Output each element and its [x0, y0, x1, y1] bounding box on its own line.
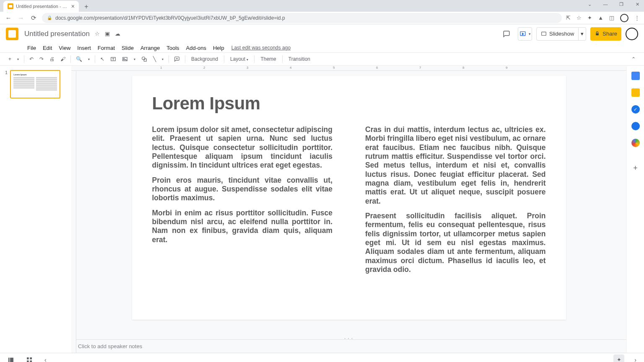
- profile-avatar[interactable]: [620, 14, 628, 22]
- paint-format-button[interactable]: 🖌: [58, 54, 68, 64]
- maximize-icon[interactable]: ❐: [617, 2, 626, 7]
- separator: [95, 55, 95, 63]
- ruler-vertical: [71, 71, 76, 353]
- reload-button[interactable]: ⟳: [29, 14, 38, 22]
- collapse-filmstrip-icon[interactable]: ‹: [43, 355, 48, 362]
- ruler-horizontal: 1 2 3 4 5 6 7 8 9: [71, 66, 626, 71]
- new-slide-dropdown[interactable]: ▾: [15, 56, 21, 63]
- calendar-icon[interactable]: [631, 72, 640, 80]
- move-icon[interactable]: ▣: [105, 31, 110, 37]
- separator: [169, 55, 169, 63]
- slideshow-dropdown[interactable]: ▾: [579, 27, 586, 41]
- paragraph: Lorem ipsum dolor sit amet, consectetur …: [152, 125, 333, 170]
- comment-button[interactable]: [171, 54, 182, 64]
- print-button[interactable]: 🖨: [47, 54, 57, 64]
- footer: ‹ ✦ ›: [0, 353, 644, 362]
- close-tab-icon[interactable]: ×: [71, 3, 75, 10]
- svg-rect-2: [596, 33, 599, 35]
- menu-file[interactable]: File: [24, 44, 39, 52]
- image-tool[interactable]: [119, 54, 130, 64]
- background-button[interactable]: Background: [188, 54, 221, 64]
- install-icon[interactable]: ⇱: [566, 15, 571, 21]
- paragraph: Cras in dui mattis, interdum lectus ac, …: [365, 125, 546, 206]
- thumb-title: Lorem Ipsum: [13, 73, 57, 76]
- menu-format[interactable]: Format: [95, 44, 118, 52]
- url-input[interactable]: 🔒 docs.google.com/presentation/d/1MYPDVE…: [42, 13, 562, 23]
- undo-button[interactable]: ↶: [27, 54, 36, 64]
- menu-tools[interactable]: Tools: [164, 44, 182, 52]
- main-area: 1 Lorem Ipsum 1 2 3 4 5 6 7 8 9 Lorem: [0, 66, 644, 353]
- add-addon-icon[interactable]: +: [633, 164, 638, 173]
- toolbar: + ▾ ↶ ↷ 🖨 🖌 🔍 ▾ ↖ ▾ ╲ ▾ Background Layou…: [0, 52, 644, 66]
- svg-rect-11: [30, 357, 32, 359]
- star-icon[interactable]: ☆: [95, 31, 100, 37]
- keep-icon[interactable]: [631, 88, 640, 97]
- explore-button[interactable]: ✦: [613, 354, 624, 362]
- menu-edit[interactable]: Edit: [40, 44, 55, 52]
- maps-icon[interactable]: [631, 139, 640, 147]
- zoom-button[interactable]: 🔍: [73, 54, 85, 64]
- thumbnail-panel: 1 Lorem Ipsum: [0, 66, 71, 353]
- cloud-status-icon[interactable]: ☁: [115, 31, 120, 37]
- tab-search-icon[interactable]: ⌄: [585, 2, 594, 7]
- transition-button[interactable]: Transition: [285, 54, 314, 64]
- document-title[interactable]: Untitled presentation: [24, 30, 90, 38]
- menu-addons[interactable]: Add-ons: [183, 44, 209, 52]
- filmstrip-view-icon[interactable]: [6, 355, 16, 362]
- new-tab-button[interactable]: +: [81, 2, 91, 12]
- account-avatar[interactable]: [626, 28, 638, 40]
- line-tool[interactable]: ╲: [151, 54, 158, 64]
- close-window-icon[interactable]: ✕: [633, 2, 641, 7]
- separator: [282, 55, 283, 63]
- chrome-menu-icon[interactable]: ⋮: [634, 15, 640, 21]
- textbox-tool[interactable]: [108, 54, 119, 64]
- slide-canvas[interactable]: Lorem Ipsum Lorem ipsum dolor sit amet, …: [132, 76, 566, 320]
- slide-thumbnail[interactable]: Lorem Ipsum: [10, 70, 60, 98]
- line-dropdown[interactable]: ▾: [159, 56, 166, 63]
- browser-tab[interactable]: Untitled presentation - Google S ×: [3, 1, 79, 12]
- lock-icon: 🔒: [47, 16, 52, 20]
- last-edit-link[interactable]: Last edit was seconds ago: [231, 45, 291, 51]
- side-panel-icon[interactable]: ◫: [609, 15, 614, 21]
- shape-tool[interactable]: [139, 54, 150, 64]
- new-slide-button[interactable]: +: [6, 54, 14, 64]
- hide-side-panel-icon[interactable]: ›: [633, 355, 638, 362]
- app-header: Untitled presentation ☆ ▣ ☁ ▾ Slideshow …: [0, 24, 644, 43]
- tasks-icon[interactable]: [631, 105, 640, 114]
- slide-left-column[interactable]: Lorem ipsum dolor sit amet, consectetur …: [152, 125, 333, 280]
- profile-badge-icon[interactable]: ▲: [598, 15, 603, 21]
- layout-button[interactable]: Layout ▾: [227, 54, 252, 64]
- forward-button[interactable]: →: [17, 14, 25, 21]
- side-panel-rail: +: [626, 66, 644, 353]
- share-button[interactable]: Share: [590, 27, 621, 41]
- slideshow-button[interactable]: Slideshow: [536, 27, 579, 41]
- menu-insert[interactable]: Insert: [74, 44, 94, 52]
- extensions-icon[interactable]: ✦: [587, 15, 592, 21]
- slides-logo[interactable]: [6, 28, 18, 40]
- separator: [254, 55, 254, 63]
- zoom-dropdown[interactable]: ▾: [86, 56, 92, 63]
- menu-slide[interactable]: Slide: [119, 44, 137, 52]
- slide-right-column[interactable]: Cras in dui mattis, interdum lectus ac, …: [365, 125, 546, 280]
- menu-arrange[interactable]: Arrange: [138, 44, 163, 52]
- present-dropdown-button[interactable]: ▾: [518, 27, 532, 41]
- minimize-icon[interactable]: —: [601, 2, 610, 7]
- address-bar: ← → ⟳ 🔒 docs.google.com/presentation/d/1…: [0, 12, 644, 24]
- theme-button[interactable]: Theme: [257, 54, 279, 64]
- select-tool[interactable]: ↖: [98, 54, 107, 64]
- speaker-notes[interactable]: Click to add speaker notes: [71, 339, 626, 353]
- svg-rect-13: [30, 360, 32, 362]
- menu-view[interactable]: View: [56, 44, 73, 52]
- slide-title[interactable]: Lorem Ipsum: [152, 93, 546, 114]
- comment-history-button[interactable]: [499, 27, 514, 41]
- back-button[interactable]: ←: [4, 14, 13, 21]
- collapse-toolbar-icon[interactable]: ⌃: [629, 54, 638, 64]
- redo-button[interactable]: ↷: [37, 54, 46, 64]
- url-text: docs.google.com/presentation/d/1MYPDVEiT…: [55, 15, 285, 21]
- image-dropdown[interactable]: ▾: [131, 56, 138, 63]
- contacts-icon[interactable]: [631, 122, 640, 130]
- grid-view-icon[interactable]: [24, 355, 34, 362]
- bookmark-icon[interactable]: ☆: [576, 15, 582, 21]
- separator: [185, 55, 185, 63]
- menu-help[interactable]: Help: [210, 44, 227, 52]
